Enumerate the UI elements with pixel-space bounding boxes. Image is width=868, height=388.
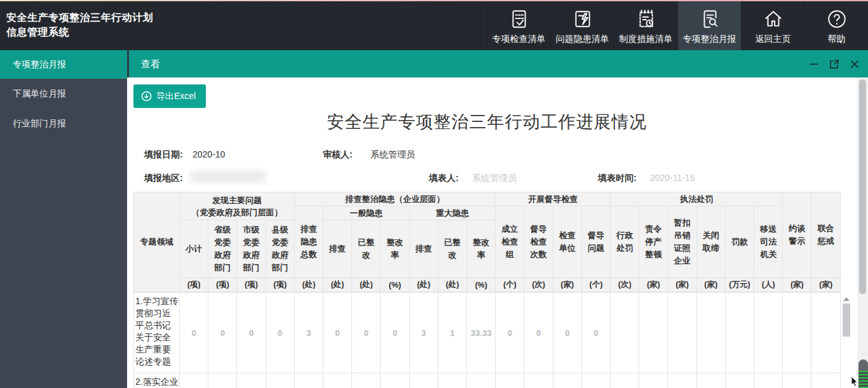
viewer-title: 查看 [141, 58, 160, 70]
header-cell: 约谈警示 [783, 192, 811, 278]
header-cell: 发现主要问题 （党委政府及部门层面） [180, 192, 295, 220]
table-scrollbar [842, 293, 851, 388]
table-row: 1.学习宣传贯彻习近平总书记关于安全生产重要论述专题000030003133.3… [134, 293, 841, 373]
value-cell [611, 373, 639, 388]
value-cell [323, 373, 352, 388]
list-clock-icon [635, 8, 657, 30]
maximize-icon[interactable] [829, 58, 840, 70]
unit-cell: (人) [754, 278, 783, 292]
header-cell: 责令停产整顿 [639, 206, 668, 278]
value-cell [409, 373, 438, 388]
value-cell: 0 [208, 293, 237, 373]
value-cell [754, 293, 783, 373]
nav-item-help[interactable]: 帮助 [804, 1, 868, 50]
header-cell: 一般隐患 [323, 206, 410, 220]
header-cell: 督导检查次数 [524, 206, 553, 278]
value-cell: 0 [180, 293, 208, 373]
top-navigation: 专项检查清单 问题隐患清单 制度措施清单 专项整治月报 [487, 1, 868, 50]
value-cell [811, 293, 841, 373]
page-scrollbar[interactable] [857, 77, 868, 388]
unit-cell: (家) [639, 278, 668, 292]
app-title: 安全生产专项整治三年行动计划 信息管理系统 [0, 1, 267, 50]
value-cell: 0 [352, 293, 381, 373]
export-excel-button[interactable]: 导出Excel [133, 84, 206, 108]
nav-item-problem-hazard-list[interactable]: 问题隐患清单 [550, 1, 614, 50]
unit-cell: (次) [611, 278, 639, 292]
value-cell [553, 373, 581, 388]
header-cell: 行政处罚 [611, 206, 639, 278]
unit-cell: (家) [553, 278, 581, 292]
value-cell [208, 373, 237, 388]
value-cell: 0 [524, 293, 553, 373]
app-title-line2: 信息管理系统 [6, 25, 267, 39]
header-cell: 整改率 [381, 220, 409, 278]
header-cell: 关闭取缔 [696, 206, 725, 278]
sidebar: 专项整治月报 下属单位月报 行业部门月报 [0, 50, 127, 388]
checklist-doc-icon [508, 8, 530, 30]
nav-item-label: 帮助 [828, 34, 846, 45]
value-cell: 1 [438, 293, 466, 373]
scroll-grip-stripes [858, 371, 868, 388]
value-cell: 0 [553, 293, 581, 373]
region-label: 填报地区: [144, 173, 183, 184]
nav-item-label: 专项检查清单 [492, 34, 546, 45]
nav-item-monthly-report[interactable]: 专项整治月报 [677, 1, 741, 50]
unit-cell: (万元) [725, 278, 754, 292]
header-cell: 暂扣吊销证照企业 [668, 206, 696, 278]
value-cell [696, 293, 725, 373]
unit-cell: (个) [496, 278, 524, 292]
table-scrollbar-thumb[interactable] [843, 304, 850, 337]
unit-cell: (处) [323, 278, 352, 292]
nav-item-system-measures-list[interactable]: 制度措施清单 [614, 1, 677, 50]
filler-label: 填表人: [429, 173, 459, 184]
home-icon [763, 8, 784, 30]
minimize-icon[interactable] [808, 58, 820, 70]
header-cell: 排查隐患总数 [294, 206, 323, 278]
value-cell: 3 [294, 293, 323, 373]
close-icon[interactable] [849, 58, 860, 70]
report-table: 专题领域发现主要问题 （党委政府及部门层面）排查整治隐患（企业层面）开展督导检查… [133, 192, 841, 388]
header-cell: 整改率 [467, 220, 496, 278]
unit-cell: (项) [237, 278, 266, 292]
value-cell [266, 373, 294, 388]
value-cell: 0 [496, 293, 524, 373]
sidebar-content-seam [127, 50, 129, 77]
value-cell [725, 293, 754, 373]
report-date-value: 2020-10 [193, 149, 225, 159]
sidebar-item-subordinate-unit-report[interactable]: 下属单位月报 [0, 79, 127, 109]
header-cell: 已整改 [352, 220, 381, 278]
page-scrollbar-thumb[interactable] [859, 79, 866, 294]
header-cell: 移送司法机关 [754, 206, 783, 278]
report-table-body: 1.学习宣传贯彻习近平总书记关于安全生产重要论述专题000030003133.3… [133, 292, 841, 388]
value-cell [783, 373, 811, 388]
header-cell: 罚款 [725, 206, 754, 278]
value-cell: 0 [581, 293, 610, 373]
header-cell: 重大隐患 [409, 206, 496, 220]
sidebar-item-monthly-report[interactable]: 专项整治月报 [0, 50, 127, 79]
unit-cell: (项) [208, 278, 237, 292]
table-row: 2.落实企业 [134, 373, 841, 388]
unit-cell: (项) [266, 278, 294, 292]
value-cell [524, 373, 553, 388]
value-cell [294, 373, 323, 388]
unit-cell: (%) [467, 278, 496, 292]
topic-cell: 1.学习宣传贯彻习近平总书记关于安全生产重要论述专题 [134, 293, 180, 373]
report-title: 安全生产专项整治三年行动工作进展情况 [133, 110, 841, 133]
scroll-up-arrow-icon[interactable] [843, 297, 850, 301]
header-cell: 成立检查组 [496, 206, 524, 278]
fill-time-label: 填表时间: [598, 173, 637, 184]
reviewer-label: 审核人: [323, 149, 353, 161]
nav-item-special-inspection-list[interactable]: 专项检查清单 [487, 1, 550, 50]
topbar: 安全生产专项整治三年行动计划 信息管理系统 专项检查清单 问题隐患清单 制度 [0, 1, 868, 50]
value-cell [696, 373, 725, 388]
header-cell: 排查 [409, 220, 438, 278]
report-table-header: 专题领域发现主要问题 （党委政府及部门层面）排查整治隐患（企业层面）开展督导检查… [133, 192, 841, 292]
report-table-body-viewport: 1.学习宣传贯彻习近平总书记关于安全生产重要论述专题000030003133.3… [133, 292, 841, 388]
value-cell: 0 [381, 293, 409, 373]
value-cell: 0 [323, 293, 352, 373]
scroll-grip-widget[interactable] [858, 359, 868, 388]
nav-item-return-home[interactable]: 返回主页 [741, 1, 804, 50]
header-cell: 专题领域 [134, 192, 180, 292]
sidebar-item-industry-dept-report[interactable]: 行业部门月报 [0, 109, 127, 138]
value-cell [381, 373, 409, 388]
